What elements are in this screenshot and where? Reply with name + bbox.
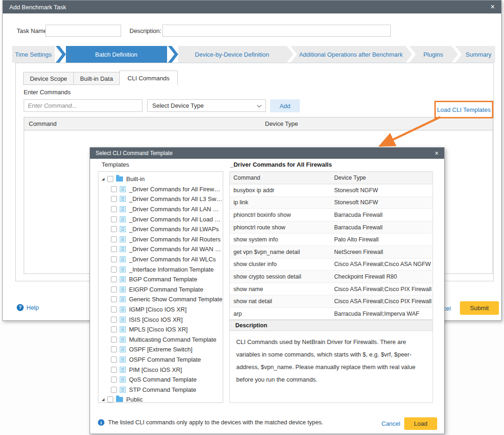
load-button[interactable]: Load bbox=[404, 417, 437, 430]
checkbox[interactable] bbox=[111, 367, 117, 373]
template-command-row[interactable]: get vpn $vpn_name detailNetScreen Firewa… bbox=[230, 246, 433, 259]
tree-item-row[interactable]: Multicasting Command Template bbox=[102, 335, 223, 345]
device-type-column-header: Device Type bbox=[330, 172, 433, 184]
tree-item-row[interactable]: STP Command Template bbox=[102, 384, 223, 395]
tree-item-row[interactable]: PIM [Cisco IOS XR] bbox=[102, 364, 223, 375]
device-type-column-header: Device Type bbox=[260, 117, 492, 130]
tree-item-label: _Driver Commands for All WAN Optimi... bbox=[129, 246, 223, 253]
checkbox[interactable] bbox=[111, 317, 117, 323]
dialog-close-icon[interactable]: × bbox=[435, 150, 439, 156]
subtab-device-scope[interactable]: Device Scope bbox=[23, 72, 73, 85]
tree-item-row[interactable]: IGMP [Cisco IOS XR] bbox=[102, 305, 223, 315]
description-input[interactable] bbox=[162, 25, 391, 37]
close-icon[interactable]: × bbox=[491, 3, 495, 11]
tree-item-row[interactable]: OSPF [Extreme Switch] bbox=[102, 344, 223, 355]
checkbox[interactable] bbox=[111, 276, 117, 282]
command-cell: busybox ip addr bbox=[230, 184, 330, 196]
dialog-cancel-button[interactable]: Cancel bbox=[381, 420, 400, 427]
wizard-tab-additional-operations-after-benchmark[interactable]: Additional Operations after Benchmark bbox=[297, 46, 404, 63]
template-command-row[interactable]: phionctrl boxinfo showBarracuda Firewall bbox=[230, 209, 433, 221]
task-name-input[interactable] bbox=[45, 25, 121, 37]
tree-item-row[interactable]: ISIS [Cisco IOS XR] bbox=[102, 314, 223, 325]
checkbox[interactable] bbox=[111, 326, 117, 332]
tree-item-row[interactable]: _Interface Information Template bbox=[102, 264, 223, 274]
checkbox[interactable] bbox=[111, 377, 117, 383]
tree-item-row[interactable]: Generic Show Command Template bbox=[102, 294, 223, 305]
device-type-cell: Barracuda Firewall bbox=[330, 221, 433, 234]
tree-item-row[interactable]: OSPF Command Template bbox=[102, 355, 223, 365]
template-command-row[interactable]: busybox ip addrStonesoft NGFW bbox=[230, 184, 433, 197]
checkbox[interactable] bbox=[111, 226, 117, 232]
checkbox[interactable] bbox=[111, 346, 117, 352]
tree-item-row[interactable]: _Driver Commands for All L3 Switches bbox=[102, 194, 223, 204]
template-command-row[interactable]: arpBarracuda Firewall;Imperva WAF bbox=[230, 308, 433, 320]
template-document-icon bbox=[120, 216, 126, 222]
checkbox[interactable] bbox=[111, 246, 117, 252]
template-command-row[interactable]: show crypto session detailCheckpoint Fir… bbox=[230, 271, 433, 283]
checkbox[interactable] bbox=[111, 216, 117, 222]
checkbox[interactable] bbox=[111, 186, 117, 192]
checkbox[interactable] bbox=[111, 357, 117, 363]
subtab-built-in-data[interactable]: Built-in Data bbox=[73, 72, 119, 85]
tree-item-row[interactable]: EIGRP Command Template bbox=[102, 285, 223, 295]
checkbox[interactable] bbox=[111, 206, 117, 212]
tree-item-row[interactable]: _Driver Commands for All WAN Optimi... bbox=[102, 244, 223, 254]
checkbox[interactable] bbox=[107, 396, 113, 403]
template-command-row[interactable]: phionctrl route showBarracuda Firewall bbox=[230, 221, 433, 234]
device-type-cell: Cisco ASA Firewall;Cisco PIX Firewall bbox=[330, 295, 433, 307]
template-document-icon bbox=[120, 206, 126, 212]
wizard-tab-plugins[interactable]: Plugins bbox=[416, 46, 451, 63]
device-type-select[interactable]: Select Device Type bbox=[147, 99, 266, 112]
tree-item-row[interactable]: MPLS [Cisco IOS XR] bbox=[102, 325, 223, 335]
tree-item-row[interactable]: _Driver Commands for All LWAPs bbox=[102, 224, 223, 234]
add-button[interactable]: Add bbox=[270, 99, 300, 112]
template-command-row[interactable]: show nameCisco ASA Firewall;Cisco PIX Fi… bbox=[230, 283, 433, 296]
checkbox[interactable] bbox=[111, 306, 117, 312]
tree-item-label: OSPF [Extreme Switch] bbox=[129, 346, 193, 353]
chevron-down-icon bbox=[257, 103, 262, 107]
annotation-highlight-box: Load CLI Templates bbox=[434, 101, 493, 118]
checkbox[interactable] bbox=[111, 337, 117, 343]
checkbox[interactable] bbox=[111, 286, 117, 292]
wizard-tab-summary[interactable]: Summary bbox=[462, 46, 495, 63]
template-command-row[interactable]: ip linkStonesoft NGFW bbox=[230, 197, 433, 209]
tree-item-row[interactable]: _Driver Commands for All LAN Switches bbox=[102, 204, 223, 214]
tree-expand-icon[interactable]: ◢ bbox=[102, 177, 107, 181]
template-document-icon bbox=[120, 276, 126, 282]
tree-item-row[interactable]: _Driver Commands for All Firewalls bbox=[102, 184, 223, 195]
wizard-tab-batch-definition[interactable]: Batch Definition bbox=[66, 46, 167, 63]
checkbox[interactable] bbox=[107, 176, 113, 182]
tree-item-row[interactable]: _Driver Commands for All WLCs bbox=[102, 254, 223, 265]
wizard-tab-separator-arrow-icon bbox=[167, 46, 178, 63]
wizard-tab-time-settings[interactable]: Time Settings bbox=[12, 46, 55, 63]
checkbox[interactable] bbox=[111, 387, 117, 393]
command-input[interactable] bbox=[24, 99, 142, 112]
tree-item-row[interactable]: _Driver Commands for All Load Balanc... bbox=[102, 214, 223, 224]
checkbox[interactable] bbox=[111, 196, 117, 202]
help-link[interactable]: ? Help bbox=[17, 304, 39, 311]
submit-button[interactable]: Submit bbox=[460, 301, 499, 315]
load-cli-templates-button[interactable]: Load CLI Templates bbox=[437, 106, 491, 113]
wizard-tab-device-by-device-definition[interactable]: Device-by-Device Definition bbox=[178, 46, 286, 63]
template-document-icon bbox=[120, 317, 126, 323]
help-icon: ? bbox=[17, 304, 24, 311]
description-header: Description bbox=[230, 320, 433, 331]
template-command-row[interactable]: show cluster infoCisco ASA Firewall;Cisc… bbox=[230, 259, 433, 271]
checkbox[interactable] bbox=[111, 296, 117, 302]
tree-folder-row[interactable]: ◢Built-in bbox=[102, 174, 223, 184]
command-column-header: Command bbox=[24, 117, 260, 130]
subtab-cli-commands[interactable]: CLI Commands bbox=[119, 71, 178, 85]
checkbox[interactable] bbox=[111, 256, 117, 262]
tree-expand-icon[interactable]: ◢ bbox=[102, 398, 107, 402]
template-command-row[interactable]: show system infoPalo Alto Firewall bbox=[230, 234, 433, 246]
template-command-row[interactable]: show nat detailCisco ASA Firewall;Cisco … bbox=[230, 295, 433, 308]
tree-folder-row[interactable]: ◢Public bbox=[102, 395, 223, 403]
checkbox[interactable] bbox=[111, 266, 117, 273]
tree-item-row[interactable]: _Driver Commands for All Routers bbox=[102, 234, 223, 245]
device-type-cell: NetScreen Firewall bbox=[330, 246, 433, 258]
checkbox[interactable] bbox=[111, 236, 117, 242]
tree-item-row[interactable]: BGP Command Template bbox=[102, 274, 223, 285]
tree-item-row[interactable]: QoS Command Template bbox=[102, 375, 223, 385]
selected-template-title: _Driver Commands for All Firewalls bbox=[230, 161, 332, 168]
wizard-tab-separator-arrow-icon bbox=[451, 46, 462, 63]
